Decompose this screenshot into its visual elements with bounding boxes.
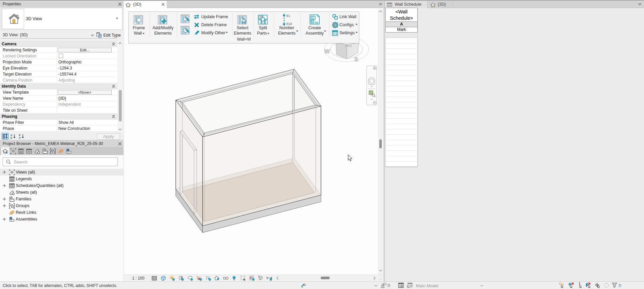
svg-text:E1: E1 [286,14,290,17]
svg-text:Z: Z [10,136,12,139]
svg-text:A: A [19,136,21,139]
svg-text:S: S [354,56,358,63]
svg-text:E10: E10 [286,22,292,26]
svg-text:W: W [324,48,330,55]
svg-text:FRO: FRO [345,44,352,48]
